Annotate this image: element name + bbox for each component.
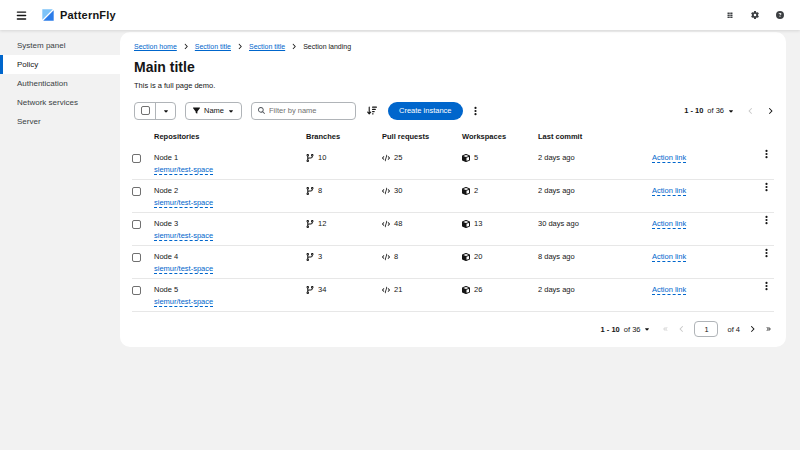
page-number-input[interactable] — [694, 321, 718, 337]
repo-space-link[interactable]: siemur/test-space — [154, 264, 213, 273]
code-icon — [382, 220, 390, 228]
repo-name: Node 2 — [154, 186, 306, 195]
sidebar-item-authentication[interactable]: Authentication — [0, 74, 120, 93]
kebab-icon — [765, 182, 768, 192]
toolbar-kebab-button[interactable] — [472, 104, 479, 118]
brand-name: PatternFly — [60, 9, 116, 21]
repo-space-link[interactable]: siemur/test-space — [154, 198, 213, 207]
sidebar-item-network-services[interactable]: Network services — [0, 93, 120, 112]
breadcrumb-link-section-home[interactable]: Section home — [134, 43, 177, 50]
name-filter-label: Name — [204, 106, 224, 115]
row-action-link[interactable]: Action link — [652, 219, 686, 228]
pagination-top-next-button[interactable] — [767, 106, 774, 116]
row-kebab-button[interactable] — [763, 180, 770, 194]
row-kebab-button[interactable] — [763, 246, 770, 260]
last-commit: 2 days ago — [538, 147, 652, 167]
kebab-icon — [765, 248, 768, 258]
table-row: Node 3siemur/test-space 12 48 13 30 days… — [132, 213, 774, 246]
row-action-link[interactable]: Action link — [652, 252, 686, 261]
column-workspaces: Workspaces — [462, 127, 538, 147]
caret-down-icon — [644, 326, 650, 332]
row-kebab-button[interactable] — [763, 147, 770, 161]
sort-button[interactable] — [365, 104, 379, 117]
search-input[interactable] — [269, 106, 349, 115]
page-subtitle: This is a full page demo. — [134, 81, 774, 90]
name-filter-dropdown[interactable]: Name — [185, 102, 242, 120]
branches-count: 10 — [318, 153, 326, 162]
repo-space-link[interactable]: siemur/test-space — [154, 231, 213, 240]
row-checkbox[interactable] — [132, 253, 141, 262]
patternfly-logo-icon — [41, 8, 55, 22]
workspaces-count: 26 — [474, 285, 482, 294]
cube-icon — [462, 286, 470, 294]
column-pull-requests: Pull requests — [382, 127, 462, 147]
breadcrumb-link-section-title-2[interactable]: Section title — [249, 43, 285, 50]
breadcrumb-current: Section landing — [303, 43, 351, 50]
sort-amount-icon — [367, 106, 377, 115]
gear-icon — [751, 11, 759, 19]
kebab-icon — [765, 215, 768, 225]
row-kebab-button[interactable] — [763, 213, 770, 227]
branches-count: 12 — [318, 219, 326, 228]
search-icon — [258, 107, 265, 114]
question-circle-icon — [776, 11, 784, 19]
pagination-prev-button — [678, 324, 685, 334]
app-root: PatternFly System panel Policy Authentic… — [0, 0, 800, 450]
row-action-link[interactable]: Action link — [652, 285, 686, 294]
row-action-link[interactable]: Action link — [652, 153, 686, 162]
code-branch-icon — [306, 220, 314, 228]
apps-grid-icon — [726, 11, 734, 19]
pagination-last-button[interactable] — [765, 324, 772, 334]
pagination-total: of 36 — [707, 106, 724, 115]
row-checkbox[interactable] — [132, 154, 141, 163]
kebab-icon — [474, 106, 477, 116]
of-pages-label: of 4 — [727, 325, 740, 334]
bulk-select-toggle[interactable] — [155, 103, 175, 119]
branches-count: 8 — [318, 186, 322, 195]
code-branch-icon — [306, 187, 314, 195]
caret-down-icon — [228, 108, 234, 114]
sidebar-item-policy[interactable]: Policy — [0, 55, 120, 74]
toolbar: Name Create instance — [134, 101, 774, 120]
repo-space-link[interactable]: siemur/test-space — [154, 297, 213, 306]
workspaces-count: 13 — [474, 219, 482, 228]
filter-icon — [193, 107, 200, 114]
repo-space-link[interactable]: siemur/test-space — [154, 165, 213, 174]
code-branch-icon — [306, 253, 314, 261]
bulk-select-checkbox[interactable] — [135, 103, 155, 119]
repo-name: Node 1 — [154, 153, 306, 162]
pull-requests-count: 48 — [394, 219, 402, 228]
angle-right-icon — [750, 325, 755, 333]
workspaces-count: 20 — [474, 252, 482, 261]
pull-requests-count: 21 — [394, 285, 402, 294]
row-checkbox[interactable] — [132, 286, 141, 295]
pagination-top-menu-toggle[interactable]: 1 - 10 of 36 — [684, 106, 734, 115]
row-action-link[interactable]: Action link — [652, 186, 686, 195]
nav-toggle-button[interactable] — [10, 6, 33, 25]
pagination-top-prev-button — [747, 106, 754, 116]
sidebar-item-server[interactable]: Server — [0, 112, 120, 131]
settings-button[interactable] — [749, 9, 761, 21]
sidebar-item-system-panel[interactable]: System panel — [0, 36, 120, 55]
pagination-next-button[interactable] — [749, 324, 756, 334]
row-checkbox[interactable] — [132, 187, 141, 196]
cube-icon — [462, 220, 470, 228]
row-kebab-button[interactable] — [763, 279, 770, 293]
caret-down-icon — [163, 108, 169, 114]
help-button[interactable] — [774, 9, 786, 21]
repo-name: Node 5 — [154, 285, 306, 294]
pagination-bottom: 1 - 10 of 36 of 4 — [132, 312, 774, 339]
search-box — [251, 102, 356, 120]
code-icon — [382, 187, 390, 195]
code-icon — [382, 286, 390, 294]
create-instance-button[interactable]: Create instance — [388, 102, 463, 120]
angle-right-icon — [768, 107, 773, 115]
sidebar: System panel Policy Authentication Netwo… — [0, 30, 120, 450]
repo-name: Node 4 — [154, 252, 306, 261]
branches-count: 3 — [318, 252, 322, 261]
pagination-bottom-menu-toggle[interactable]: 1 - 10 of 36 — [601, 325, 651, 334]
breadcrumb-link-section-title-1[interactable]: Section title — [195, 43, 231, 50]
row-checkbox[interactable] — [132, 220, 141, 229]
apps-grid-button[interactable] — [724, 9, 736, 21]
table-row: Node 1siemur/test-space 10 25 5 2 days a… — [132, 147, 774, 180]
